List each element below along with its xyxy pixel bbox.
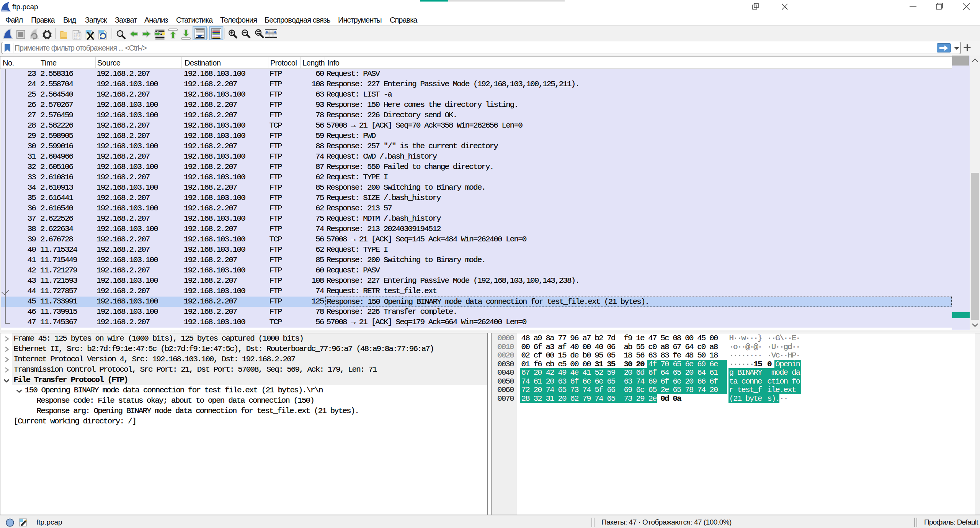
svg-text:0111: 0111: [74, 38, 80, 40]
